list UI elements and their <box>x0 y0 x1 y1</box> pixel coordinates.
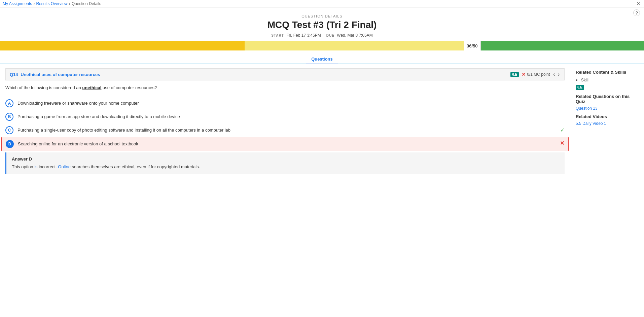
option-a-text: Downloading freeware or shareware onto y… <box>17 99 565 107</box>
option-a[interactable]: A Downloading freeware or shareware onto… <box>5 97 565 110</box>
page-title: MCQ Test #3 (Tri 2 Final) <box>5 20 639 30</box>
option-c-letter: C <box>5 126 13 134</box>
prev-question-button[interactable]: ‹ <box>552 71 556 77</box>
option-b-text: Purchasing a game from an app store and … <box>17 113 565 120</box>
option-c[interactable]: C Purchasing a single-user copy of photo… <box>5 124 565 137</box>
due-date: Wed, Mar 8 7:05AM <box>337 33 373 38</box>
explanation-text: This option is incorrect. Online searche… <box>12 164 559 170</box>
close-button[interactable]: × <box>636 1 641 7</box>
sidebar: Related Content & Skills Skill 6.E Relat… <box>570 64 644 178</box>
tab-questions[interactable]: Questions <box>306 55 338 64</box>
score-badge: ✕ 0/1 MC point <box>522 72 550 77</box>
question-controls: 6.E ✕ 0/1 MC point ‹ › <box>510 71 560 77</box>
question-title[interactable]: Q14 Unethical uses of computer resources <box>10 72 100 77</box>
option-d-letter: D <box>6 140 14 148</box>
wrong-icon: ✕ <box>522 72 526 77</box>
date-row: START Fri, Feb 17 3:45PM DUE Wed, Mar 8 … <box>5 33 639 38</box>
wrong-x-icon: ✕ <box>560 140 564 146</box>
video-link[interactable]: 5.5 Daily Video 1 <box>576 121 639 126</box>
page-header: QUESTION DETAILS MCQ Test #3 (Tri 2 Fina… <box>0 7 644 41</box>
progress-score: 36/50 <box>464 41 481 50</box>
option-c-text: Purchasing a single-user copy of photo e… <box>17 126 556 134</box>
breadcrumb-current: Question Details <box>72 1 101 6</box>
section-label: QUESTION DETAILS <box>5 14 639 18</box>
breadcrumb-my-assignments[interactable]: My Assignments <box>3 1 32 6</box>
option-b-letter: B <box>5 113 13 121</box>
top-bar: My Assignments › Results Overview › Ques… <box>0 0 644 7</box>
question-id: Q14 <box>10 72 18 77</box>
nav-arrows: ‹ › <box>552 71 560 77</box>
option-b[interactable]: B Purchasing a game from an app store an… <box>5 110 565 124</box>
related-videos-title: Related Videos <box>576 114 639 119</box>
question-header: Q14 Unethical uses of computer resources… <box>5 68 565 80</box>
sidebar-skill-badge: 6.E <box>576 85 584 90</box>
skill-badge: 6.E <box>510 72 519 77</box>
skill-label: Skill <box>581 78 588 82</box>
answer-explanation: Answer D This option is incorrect. Onlin… <box>5 152 565 174</box>
question-title-text: Unethical uses of computer resources <box>21 72 100 77</box>
start-date: Fri, Feb 17 3:45PM <box>286 33 321 38</box>
correct-checkmark: ✓ <box>560 127 565 133</box>
related-question-link[interactable]: Question 13 <box>576 106 639 111</box>
option-d-text: Searching online for an electronic versi… <box>18 140 556 147</box>
progress-bar: 36/50 <box>0 41 644 50</box>
score-value: 0/1 MC point <box>527 72 550 77</box>
option-a-letter: A <box>5 99 13 107</box>
due-label: DUE <box>326 34 334 37</box>
question-area: Q14 Unethical uses of computer resources… <box>0 64 570 178</box>
tabs: Questions <box>0 52 644 64</box>
related-content-title: Related Content & Skills <box>576 70 639 75</box>
answer-label: Answer D <box>12 156 559 162</box>
start-label: START <box>271 34 284 37</box>
progress-yellow <box>0 41 245 50</box>
breadcrumb: My Assignments › Results Overview › Ques… <box>3 1 101 6</box>
option-d[interactable]: D Searching online for an electronic ver… <box>1 137 569 151</box>
progress-green <box>481 41 644 50</box>
question-text: Which of the following is considered an … <box>5 84 565 91</box>
next-question-button[interactable]: › <box>557 71 560 77</box>
main-content: Q14 Unethical uses of computer resources… <box>0 64 644 178</box>
help-button[interactable]: ? <box>633 9 640 16</box>
breadcrumb-results-overview[interactable]: Results Overview <box>36 1 67 6</box>
progress-yellow-light <box>245 41 464 50</box>
related-questions-title: Related Questions on this Quiz <box>576 94 639 104</box>
